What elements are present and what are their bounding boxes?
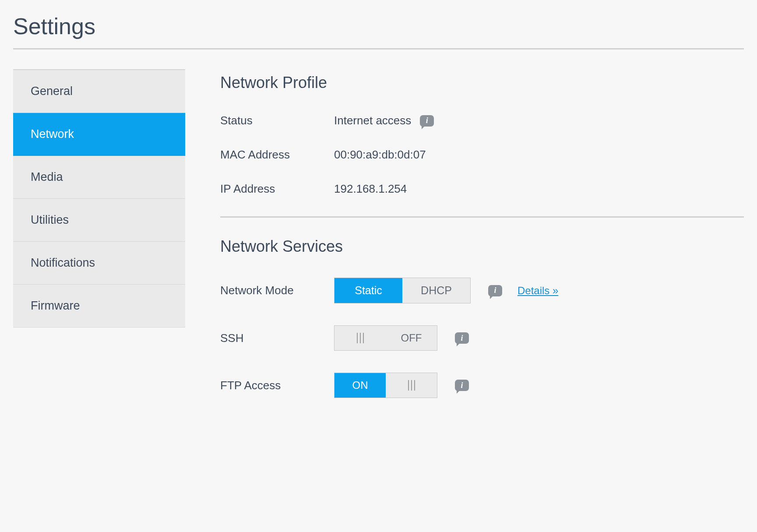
ssh-row: SSH OFF i: [220, 325, 744, 351]
ssh-toggle[interactable]: OFF: [334, 325, 437, 351]
ip-row: IP Address 192.168.1.254: [220, 182, 744, 196]
sidebar: General Network Media Utilities Notifica…: [13, 69, 185, 420]
section-divider: [220, 216, 744, 218]
mac-row: MAC Address 00:90:a9:db:0d:07: [220, 148, 744, 162]
ip-value: 192.168.1.254: [334, 182, 407, 196]
mode-static-button[interactable]: Static: [334, 278, 402, 303]
toggle-off-label: OFF: [386, 326, 437, 350]
info-icon[interactable]: i: [488, 285, 502, 296]
info-icon[interactable]: i: [455, 332, 469, 344]
sidebar-item-label: Network: [31, 127, 74, 141]
ftp-row: FTP Access ON i: [220, 373, 744, 398]
sidebar-item-utilities[interactable]: Utilities: [13, 199, 185, 242]
mac-value: 00:90:a9:db:0d:07: [334, 148, 426, 162]
network-services-title: Network Services: [220, 237, 744, 256]
sidebar-item-label: Firmware: [31, 299, 80, 312]
content-panel: Network Profile Status Internet access i…: [220, 69, 744, 420]
network-mode-label: Network Mode: [220, 284, 334, 297]
sidebar-item-network[interactable]: Network: [13, 113, 185, 156]
toggle-handle: [386, 373, 437, 398]
sidebar-item-label: Notifications: [31, 256, 95, 269]
toggle-handle: [334, 326, 386, 350]
toggle-on-label: ON: [334, 373, 386, 398]
network-profile-title: Network Profile: [220, 74, 744, 92]
sidebar-item-firmware[interactable]: Firmware: [13, 285, 185, 328]
info-icon[interactable]: i: [420, 115, 434, 127]
sidebar-item-general[interactable]: General: [13, 69, 185, 113]
sidebar-item-label: Utilities: [31, 213, 69, 226]
network-mode-row: Network Mode Static DHCP i Details »: [220, 278, 744, 303]
ftp-label: FTP Access: [220, 379, 334, 392]
sidebar-item-media[interactable]: Media: [13, 156, 185, 199]
sidebar-item-label: Media: [31, 170, 63, 183]
sidebar-item-notifications[interactable]: Notifications: [13, 242, 185, 285]
network-mode-segment: Static DHCP: [334, 278, 471, 303]
ftp-toggle[interactable]: ON: [334, 373, 437, 398]
mode-dhcp-button[interactable]: DHCP: [402, 278, 470, 303]
sidebar-item-label: General: [31, 85, 73, 98]
grip-icon: [357, 333, 364, 343]
status-row: Status Internet access i: [220, 114, 744, 127]
details-link[interactable]: Details »: [518, 285, 558, 297]
ip-label: IP Address: [220, 182, 334, 196]
status-value: Internet access: [334, 114, 411, 127]
info-icon[interactable]: i: [455, 380, 469, 391]
mac-label: MAC Address: [220, 148, 334, 162]
grip-icon: [408, 380, 415, 391]
status-label: Status: [220, 114, 334, 127]
page-title: Settings: [13, 13, 744, 39]
title-divider: [13, 48, 744, 49]
ssh-label: SSH: [220, 331, 334, 345]
